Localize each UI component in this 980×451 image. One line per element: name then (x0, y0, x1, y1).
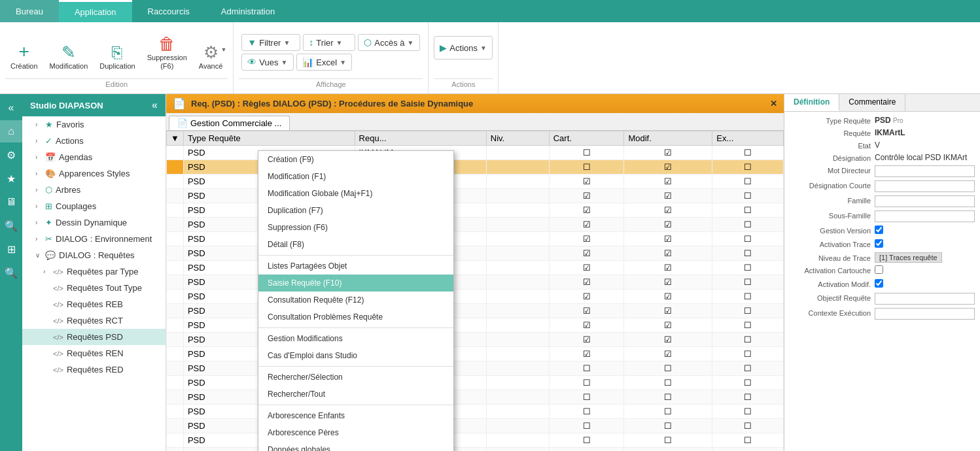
dialog-env-label: DIALOG : Environnement (56, 234, 152, 244)
context-menu-item[interactable]: Listes Partagées Objet (258, 258, 453, 275)
sidebar-item-req-psd[interactable]: </> Requêtes PSD (22, 329, 166, 345)
arrow-icon: › (35, 121, 43, 128)
context-menu-overlay: Création (F9)Modification (F1)Modificati… (166, 131, 784, 451)
trier-button[interactable]: ↕ Trier ▼ (303, 34, 355, 51)
context-menu-item[interactable]: Détail (F8) (258, 236, 453, 253)
field-label: Désignation Courte (790, 180, 875, 190)
suppression-button[interactable]: 🗑 Suppression(F6) (142, 33, 192, 73)
field-value[interactable] (875, 165, 975, 177)
sidebar-item-apparences[interactable]: › 🎨 Apparences Styles (22, 165, 166, 182)
sidebar-item-dessin[interactable]: › ✦ Dessin Dynamique (22, 214, 166, 231)
actions-icon: ▶ (440, 42, 447, 53)
context-menu-item[interactable]: Modification (F1) (258, 168, 453, 185)
arrow-icon: › (35, 235, 43, 242)
field-row: RequêteIKMArtL (790, 128, 975, 137)
actions-group-label: Actions (434, 78, 493, 91)
context-menu-item[interactable]: Cas d'Emploi dans Studio (258, 347, 453, 364)
context-menu-item[interactable]: Création (F9) (258, 151, 453, 168)
sidebar-item-agendas[interactable]: › 📅 Agendas (22, 149, 166, 165)
context-menu-item[interactable]: Saisie Requête (F10) (258, 275, 453, 292)
agendas-label: Agendas (59, 152, 92, 162)
favoris-label: Favoris (56, 120, 84, 129)
acces-button[interactable]: ⬡ Accès à ▼ (358, 34, 420, 51)
context-menu-item[interactable]: Rechercher/Tout (258, 386, 453, 403)
actions-buttons: ▶ Actions ▼ (434, 22, 493, 76)
top-navigation: Bureau Application Raccourcis Administra… (0, 0, 980, 22)
context-menu-item[interactable]: Suppression (F6) (258, 219, 453, 236)
sidebar-item-dialog-req[interactable]: ∨ 💬 DIALOG : Requêtes (22, 247, 166, 263)
duplication-button[interactable]: ⎘ Duplication (94, 41, 140, 73)
sidebar-icon-star[interactable]: ★ (0, 167, 22, 190)
nav-application[interactable]: Application (59, 0, 132, 22)
sidebar-icon-monitor[interactable]: 🖥 (0, 191, 22, 213)
sidebar-icon-grid[interactable]: ⊞ (0, 238, 22, 260)
field-row: Famille (790, 195, 975, 207)
menu-divider (258, 327, 453, 328)
sidebar-item-couplages[interactable]: › ⊞ Couplages (22, 198, 166, 214)
sidebar-item-req-par-type[interactable]: › </> Requêtes par Type (22, 263, 166, 280)
edition-buttons: + Création ✎ Modification ⎘ Duplication … (5, 22, 228, 76)
sidebar-collapse-button[interactable]: « (152, 99, 158, 111)
sidebar-icon-search[interactable]: 🔍 (0, 214, 22, 237)
context-menu-item[interactable]: Gestion Modifications (258, 330, 453, 347)
sidebar-item-req-red[interactable]: </> Requêtes RED (22, 361, 166, 378)
dialog-req-label: DIALOG : Requêtes (59, 250, 135, 260)
modification-button[interactable]: ✎ Modification (44, 41, 94, 73)
trier-label: Trier (316, 38, 333, 48)
vues-icon: 👁 (247, 57, 256, 67)
sidebar-item-req-ren[interactable]: </> Requêtes REN (22, 345, 166, 361)
sidebar-item-req-tout-type[interactable]: </> Requêtes Tout Type (22, 280, 166, 296)
sidebar-header: Studio DIAPASON « (22, 94, 166, 116)
code-icon: </> (53, 333, 63, 341)
field-value[interactable] (875, 210, 975, 222)
field-value[interactable] (875, 293, 975, 305)
tab-commentaire[interactable]: Commentaire (839, 94, 905, 111)
avance-button[interactable]: ⚙ Avancé ▼ (194, 41, 228, 73)
field-label: Gestion Version (790, 226, 875, 235)
sidebar-item-actions[interactable]: › ✓ Actions (22, 133, 166, 149)
sidebar-icon-collapse[interactable]: « (0, 97, 22, 119)
window-icon: 📄 (173, 97, 186, 110)
actions-button[interactable]: ▶ Actions ▼ (434, 36, 493, 59)
context-menu-item[interactable]: Données globales (258, 441, 453, 451)
context-menu-item[interactable]: Arborescence Pères (258, 424, 453, 441)
nav-bureau[interactable]: Bureau (0, 0, 59, 22)
field-value[interactable] (875, 195, 975, 207)
context-menu-item[interactable]: Rechercher/Sélection (258, 369, 453, 386)
context-menu-item[interactable]: Duplication (F7) (258, 202, 453, 219)
affichage-row2: 👁 Vues ▼ 📊 Excel ▼ (241, 54, 420, 71)
code-icon: </> (53, 350, 63, 358)
context-menu-item[interactable]: Arborescence Enfants (258, 407, 453, 424)
excel-icon: 📊 (302, 57, 313, 67)
tab-definition[interactable]: Définition (784, 94, 839, 111)
nav-raccourcis[interactable]: Raccourcis (132, 0, 205, 22)
chevron-down-icon3: ▼ (408, 39, 414, 46)
sidebar-item-req-rct[interactable]: </> Requêtes RCT (22, 312, 166, 329)
nav-administration[interactable]: Administration (205, 0, 290, 22)
sidebar-item-favoris[interactable]: › ★ Favoris (22, 116, 166, 133)
context-menu-item[interactable]: Consultation Problèmes Requête (258, 309, 453, 326)
creation-button[interactable]: + Création (5, 40, 43, 73)
field-value (875, 226, 975, 236)
sidebar-icon-search2[interactable]: 🔍 (0, 261, 22, 284)
vues-button[interactable]: 👁 Vues ▼ (241, 54, 294, 71)
sidebar-item-arbres[interactable]: › ⬡ Arbres (22, 182, 166, 198)
context-menu-item[interactable]: Consultation Requête (F12) (258, 292, 453, 309)
req-rct-label: Requêtes RCT (67, 316, 123, 326)
sidebar-icon-home[interactable]: ⌂ (0, 120, 22, 142)
excel-button[interactable]: 📊 Excel ▼ (296, 54, 352, 71)
toolbar-edition-group: + Création ✎ Modification ⎘ Duplication … (0, 22, 234, 93)
field-label: Famille (790, 195, 875, 205)
close-button[interactable]: ✕ (770, 99, 777, 109)
sidebar-icon-settings[interactable]: ⚙ (0, 144, 22, 166)
sidebar-item-req-reb[interactable]: </> Requêtes REB (22, 296, 166, 312)
edit-icon: ✎ (61, 44, 76, 61)
filtrer-button[interactable]: ▼ Filtrer ▼ (241, 34, 300, 51)
gestion-commerciale-tab[interactable]: 📄 Gestion Commerciale ... (169, 116, 290, 130)
field-value[interactable] (875, 308, 975, 320)
couplages-label: Couplages (56, 201, 96, 211)
context-menu-item[interactable]: Modification Globale (Maj+F1) (258, 185, 453, 202)
field-value[interactable] (875, 180, 975, 192)
creation-label: Création (10, 62, 38, 71)
sidebar-item-dialog-env[interactable]: › ✂ DIALOG : Environnement (22, 231, 166, 247)
